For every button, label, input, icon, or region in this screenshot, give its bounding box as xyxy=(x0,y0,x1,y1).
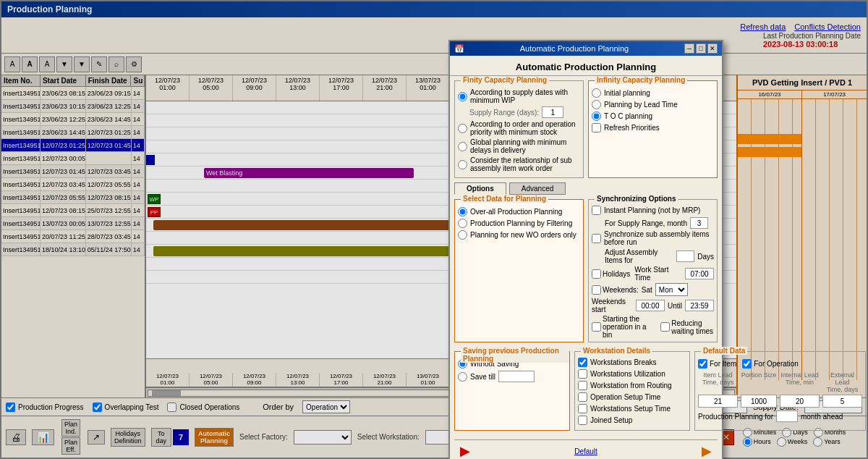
until-label: Until xyxy=(668,302,682,310)
infinity-radio-2[interactable] xyxy=(592,100,601,109)
finity-section-inner: According to supply dates with minimum W… xyxy=(458,84,580,172)
finity-section-title: Finity Capacity Planning xyxy=(461,76,549,84)
for-supply-range-label: For Supply Range, month xyxy=(605,219,687,227)
infinity-opt-4[interactable]: Refresh Priorities xyxy=(592,123,714,132)
sync-sub-checkbox[interactable] xyxy=(592,234,601,243)
supply-range-input[interactable] xyxy=(542,106,563,118)
starting-op-label-group: Starting the operation in a bin xyxy=(592,315,658,339)
ws-breaks-label: Workstations Breaks xyxy=(590,358,657,366)
ws-utilization-option[interactable]: Workstations Utilization xyxy=(578,369,686,379)
finity-radio-3[interactable] xyxy=(458,142,467,151)
infinity-opt-3[interactable]: T O C planning xyxy=(592,111,714,121)
joined-setup-checkbox[interactable] xyxy=(578,416,587,425)
ws-utilization-label: Workstations Utilization xyxy=(590,370,665,378)
sync-sub-option[interactable]: Synchronize sub assembly items before ru… xyxy=(592,230,714,246)
modal-close-btn[interactable]: ✕ xyxy=(707,43,718,54)
advanced-tab[interactable]: Advanced xyxy=(509,182,566,195)
next-arrow-button[interactable]: ▶ xyxy=(702,443,712,459)
infinity-opt-3-label: T O C planning xyxy=(604,112,652,120)
select-radio-2[interactable] xyxy=(458,219,467,228)
modal-maximize-btn[interactable]: □ xyxy=(696,43,706,54)
adjust-assembly-input[interactable] xyxy=(676,250,694,262)
work-start-time-input[interactable] xyxy=(685,268,714,279)
weekends-end-select[interactable]: MonSun xyxy=(655,283,688,296)
for-item-op-row: For Item For Operation xyxy=(698,359,862,369)
select-radio-1[interactable] xyxy=(458,207,467,216)
default-button[interactable]: Default xyxy=(574,447,597,455)
infinity-radio-3[interactable] xyxy=(592,111,601,121)
holidays-row: Holidays Work Start Time xyxy=(592,266,714,282)
ws-utilization-checkbox[interactable] xyxy=(578,369,587,379)
infinity-opt-1-label: Initial planning xyxy=(604,89,650,97)
save-till-input[interactable] xyxy=(498,371,535,382)
modal-title-text: Automatic Production Planning xyxy=(520,44,629,53)
infinity-opt-2[interactable]: Planning by Lead Time xyxy=(592,100,714,109)
modal-footer: ▶ Default ▶ xyxy=(454,439,718,459)
weekends-until-input[interactable] xyxy=(685,300,714,311)
weekends-checkbox[interactable] xyxy=(592,285,601,295)
select-opt-2-label: Production Planning by Filtering xyxy=(470,219,572,227)
modal-minimize-btn[interactable]: ─ xyxy=(684,43,694,54)
refresh-priorities-checkbox[interactable] xyxy=(592,123,601,132)
ws-breaks-checkbox[interactable] xyxy=(578,358,587,367)
finity-opt-3[interactable]: Global planning with minimum delays in d… xyxy=(458,138,580,154)
reducing-waiting-checkbox[interactable] xyxy=(660,322,670,332)
instant-planning-option[interactable]: Instant Planning (not by MRP) xyxy=(592,206,714,215)
production-planning-for-label: Production Planning for xyxy=(698,413,773,421)
finity-radio-1[interactable] xyxy=(458,92,467,101)
workstation-section-title: Workstation Details xyxy=(581,347,652,355)
default-data-inner: For Item For Operation Item LeadTime, da… xyxy=(698,355,862,422)
weekends-start-row: Weekends start Until xyxy=(592,298,714,313)
saving-ws-default-row: Saving previous Production Planning With… xyxy=(454,351,718,435)
select-opt-1[interactable]: Over-all Production Planning xyxy=(458,207,580,216)
select-opt-2[interactable]: Production Planning by Filtering xyxy=(458,219,580,228)
ws-setup-checkbox[interactable] xyxy=(578,404,587,413)
ws-breaks-option[interactable]: Workstations Breaks xyxy=(578,358,686,367)
modal-controls: ─ □ ✕ xyxy=(684,43,718,54)
options-tab[interactable]: Options xyxy=(454,182,506,195)
saving-radio-2[interactable] xyxy=(458,372,467,382)
holidays-checkbox[interactable] xyxy=(592,269,601,279)
select-data-inner: Over-all Production Planning Production … xyxy=(458,203,580,240)
select-opt-3[interactable]: Planning for new WO orders only xyxy=(458,230,580,240)
starting-operation-label: Starting the operation in a bin xyxy=(603,315,658,339)
finity-opt-1[interactable]: According to supply dates with minimum W… xyxy=(458,88,580,104)
joined-setup-option[interactable]: Joined Setup xyxy=(578,416,686,425)
starting-operation-checkbox[interactable] xyxy=(592,322,601,332)
op-setup-option[interactable]: Operation Setup Time xyxy=(578,392,686,402)
finity-opt-2[interactable]: According to order and operation priorit… xyxy=(458,120,580,136)
finity-opt-4[interactable]: Consider the relationship of sub assembl… xyxy=(458,156,580,172)
col-header-external-lead: External LeadTime, days xyxy=(822,371,862,393)
finity-opt-2-label: According to order and operation priorit… xyxy=(470,120,580,136)
ws-from-routing-checkbox[interactable] xyxy=(578,381,587,390)
for-item-checkbox[interactable] xyxy=(698,359,707,369)
col-header-portion: Portion Size xyxy=(741,371,777,393)
finity-section: Finity Capacity Planning According to su… xyxy=(454,80,584,178)
for-operation-checkbox[interactable] xyxy=(742,359,752,369)
item-lead-time-input[interactable] xyxy=(698,395,738,408)
finity-radio-2[interactable] xyxy=(458,124,467,133)
instant-planning-checkbox[interactable] xyxy=(592,206,601,215)
supply-range-months-input[interactable] xyxy=(690,217,708,229)
ws-setup-option[interactable]: Workstations Setup Time xyxy=(578,404,686,413)
automatic-planning-modal: 📅 Automatic Production Planning ─ □ ✕ Au… xyxy=(448,40,723,459)
saving-opt-2-label: Save till xyxy=(470,373,495,381)
infinity-radio-1[interactable] xyxy=(592,88,601,98)
op-setup-checkbox[interactable] xyxy=(578,392,587,402)
external-lead-time-input[interactable] xyxy=(822,395,862,408)
internal-lead-time-input[interactable] xyxy=(780,395,820,408)
month-ahead-input[interactable] xyxy=(776,410,798,422)
play-button[interactable]: ▶ xyxy=(460,443,470,459)
infinity-section: Infinity Capacity Planning Initial plann… xyxy=(588,80,718,178)
portion-size-input[interactable] xyxy=(741,395,777,408)
ws-from-routing-label: Workstation from Routing xyxy=(590,382,672,389)
select-radio-3[interactable] xyxy=(458,230,467,240)
finity-radio-4[interactable] xyxy=(458,160,467,169)
col-header-item-lead: Item LeadTime, days xyxy=(698,371,738,393)
ws-from-routing-option[interactable]: Workstation from Routing xyxy=(578,381,686,390)
saving-section-title: Saving previous Production Planning xyxy=(461,347,569,363)
infinity-opt-1[interactable]: Initial planning xyxy=(592,88,714,98)
saving-opt-2[interactable]: Save till xyxy=(458,371,566,382)
holidays-label-group: Holidays xyxy=(592,269,630,279)
weekends-start-input[interactable] xyxy=(636,300,665,311)
